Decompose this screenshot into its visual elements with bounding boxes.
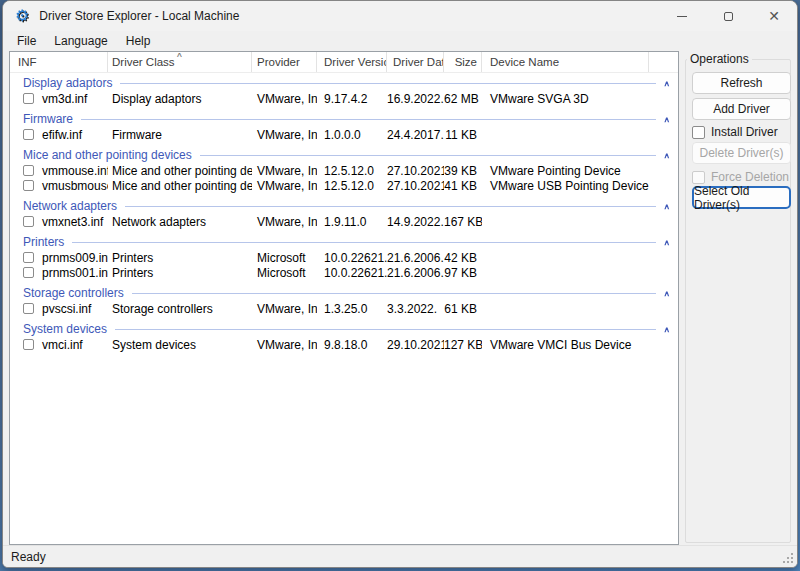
row-checkbox[interactable] bbox=[23, 165, 34, 176]
column-header-version[interactable]: Driver Version bbox=[317, 52, 387, 72]
column-header-date[interactable]: Driver Date bbox=[387, 52, 444, 72]
group-row[interactable]: System devices∧ bbox=[10, 321, 678, 337]
menu-help[interactable]: Help bbox=[117, 32, 160, 50]
row-checkbox[interactable] bbox=[23, 129, 34, 140]
table-row[interactable]: pvscsi.infStorage controllersVMware, Inc… bbox=[10, 301, 678, 316]
cell-provider: VMware, Inc. bbox=[252, 338, 317, 352]
table-row[interactable]: vmci.infSystem devicesVMware, Inc.9.8.18… bbox=[10, 337, 678, 352]
column-header-size[interactable]: Size bbox=[444, 52, 482, 72]
cell-driver-version: 1.3.25.0 bbox=[317, 302, 387, 316]
group-row[interactable]: Storage controllers∧ bbox=[10, 285, 678, 301]
cell-provider: VMware, Inc. bbox=[252, 302, 317, 316]
cell-inf: vm3d.inf bbox=[10, 92, 108, 106]
cell-driver-date: 24.4.2017. bbox=[387, 128, 444, 142]
group-row[interactable]: Display adaptors∧ bbox=[10, 75, 678, 91]
cell-size: 41 KB bbox=[444, 179, 482, 193]
menu-language[interactable]: Language bbox=[45, 32, 116, 50]
cell-size: 167 KB bbox=[444, 215, 482, 229]
cell-driver-date: 16.9.2022. bbox=[387, 92, 444, 106]
inf-name: vmmouse.inf bbox=[42, 164, 108, 178]
title-bar: ⚙ Driver Store Explorer - Local Machine … bbox=[3, 1, 797, 31]
install-driver-label: Install Driver bbox=[711, 125, 778, 139]
menu-bar: File Language Help bbox=[3, 31, 797, 51]
cell-provider: Microsoft bbox=[252, 266, 317, 280]
group-label: Mice and other pointing devices bbox=[23, 148, 192, 162]
group-label: System devices bbox=[23, 322, 107, 336]
cell-driver-class: Printers bbox=[108, 266, 252, 280]
maximize-icon bbox=[724, 12, 733, 21]
chevron-up-icon[interactable]: ∧ bbox=[663, 238, 670, 247]
group-divider bbox=[115, 329, 656, 330]
checkbox-icon bbox=[692, 171, 705, 184]
chevron-up-icon[interactable]: ∧ bbox=[663, 79, 670, 88]
cell-driver-class: Display adaptors bbox=[108, 92, 252, 106]
cell-driver-class: Firmware bbox=[108, 128, 252, 142]
close-button[interactable]: ✕ bbox=[751, 1, 797, 31]
group-divider bbox=[200, 155, 657, 156]
cell-device-name: VMware Pointing Device bbox=[482, 164, 649, 178]
force-deletion-label: Force Deletion bbox=[711, 170, 789, 184]
cell-driver-class: Storage controllers bbox=[108, 302, 252, 316]
row-checkbox[interactable] bbox=[23, 303, 34, 314]
cell-size: 42 KB bbox=[444, 251, 482, 265]
cell-driver-date: 14.9.2022. bbox=[387, 215, 444, 229]
cell-driver-class: System devices bbox=[108, 338, 252, 352]
add-driver-button[interactable]: Add Driver bbox=[692, 98, 791, 120]
chevron-up-icon[interactable]: ∧ bbox=[663, 289, 670, 298]
table-row[interactable]: vm3d.infDisplay adaptorsVMware, Inc.9.17… bbox=[10, 91, 678, 106]
table-row[interactable]: vmusbmouse.infMice and other pointing de… bbox=[10, 178, 678, 193]
cell-driver-date: 29.10.2021. bbox=[387, 338, 444, 352]
row-checkbox[interactable] bbox=[23, 180, 34, 191]
cell-driver-date: 3.3.2022. bbox=[387, 302, 444, 316]
row-checkbox[interactable] bbox=[23, 339, 34, 350]
group-row[interactable]: Mice and other pointing devices∧ bbox=[10, 147, 678, 163]
resize-grip-icon[interactable] bbox=[791, 561, 793, 563]
cell-inf: prnms009.inf bbox=[10, 251, 108, 265]
cell-driver-date: 21.6.2006. bbox=[387, 266, 444, 280]
cell-driver-class: Mice and other pointing devices bbox=[108, 164, 252, 178]
group-row[interactable]: Firmware∧ bbox=[10, 111, 678, 127]
column-header-provider[interactable]: Provider bbox=[252, 52, 317, 72]
column-header-driver_class[interactable]: Driver Class∧ bbox=[108, 52, 252, 72]
driver-list: INFDriver Class∧ProviderDriver VersionDr… bbox=[9, 51, 679, 545]
cell-size: 62 MB bbox=[444, 92, 482, 106]
install-driver-checkbox[interactable]: Install Driver bbox=[692, 125, 778, 139]
chevron-up-icon[interactable]: ∧ bbox=[663, 151, 670, 160]
cell-inf: vmci.inf bbox=[10, 338, 108, 352]
row-checkbox[interactable] bbox=[23, 93, 34, 104]
cell-provider: VMware, Inc. bbox=[252, 164, 317, 178]
cell-provider: VMware, Inc. bbox=[252, 92, 317, 106]
table-row[interactable]: efifw.infFirmwareVMware, Inc.1.0.0.024.4… bbox=[10, 127, 678, 142]
group-row[interactable]: Printers∧ bbox=[10, 234, 678, 250]
column-header-inf[interactable]: INF bbox=[10, 52, 108, 72]
chevron-up-icon[interactable]: ∧ bbox=[663, 115, 670, 124]
group-label: Firmware bbox=[23, 112, 73, 126]
row-checkbox[interactable] bbox=[23, 216, 34, 227]
table-row[interactable]: vmxnet3.infNetwork adaptersVMware, Inc.1… bbox=[10, 214, 678, 229]
cell-inf: vmusbmouse.inf bbox=[10, 179, 108, 193]
app-window: ⚙ Driver Store Explorer - Local Machine … bbox=[2, 0, 798, 568]
select-old-drivers-button[interactable]: Select Old Driver(s) bbox=[692, 186, 791, 209]
menu-file[interactable]: File bbox=[8, 32, 45, 50]
group-row[interactable]: Network adapters∧ bbox=[10, 198, 678, 214]
force-deletion-checkbox: Force Deletion bbox=[692, 170, 789, 184]
cell-size: 61 KB bbox=[444, 302, 482, 316]
maximize-button[interactable] bbox=[705, 1, 751, 31]
row-checkbox[interactable] bbox=[23, 267, 34, 278]
minimize-button[interactable] bbox=[659, 1, 705, 31]
row-checkbox[interactable] bbox=[23, 252, 34, 263]
cell-device-name: VMware SVGA 3D bbox=[482, 92, 649, 106]
table-row[interactable]: prnms001.infPrintersMicrosoft10.0.22621.… bbox=[10, 265, 678, 280]
cell-inf: vmxnet3.inf bbox=[10, 215, 108, 229]
table-row[interactable]: prnms009.infPrintersMicrosoft10.0.22621.… bbox=[10, 250, 678, 265]
cell-provider: VMware, Inc. bbox=[252, 128, 317, 142]
cell-inf: prnms001.inf bbox=[10, 266, 108, 280]
cell-driver-class: Printers bbox=[108, 251, 252, 265]
chevron-up-icon[interactable]: ∧ bbox=[663, 325, 670, 334]
chevron-up-icon[interactable]: ∧ bbox=[663, 202, 670, 211]
refresh-button[interactable]: Refresh bbox=[692, 72, 791, 94]
table-row[interactable]: vmmouse.infMice and other pointing devic… bbox=[10, 163, 678, 178]
column-header-device_name[interactable]: Device Name bbox=[482, 52, 649, 72]
cell-driver-version: 9.17.4.2 bbox=[317, 92, 387, 106]
status-text: Ready bbox=[11, 550, 46, 564]
